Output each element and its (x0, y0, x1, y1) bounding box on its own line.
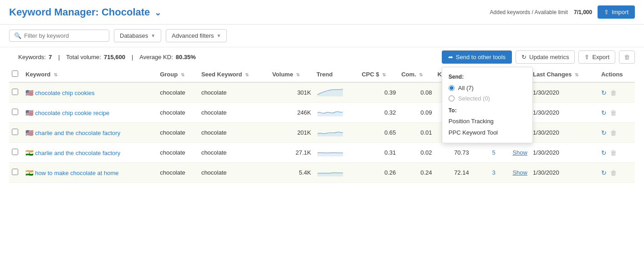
volume-cell: 5.4K (270, 163, 314, 183)
table-row: 🇮🇳how to make chocolate at homechocolate… (9, 163, 635, 183)
delete-row-icon[interactable]: 🗑 (610, 89, 617, 96)
ppc-keyword-tool-item[interactable]: PPC Keyword Tool (442, 127, 532, 138)
import-button[interactable]: ⇧ Import (598, 5, 635, 19)
keyword-link[interactable]: charlie and the chocolate factory (35, 150, 120, 156)
comp-show-button[interactable]: Show (512, 149, 527, 156)
selected-radio[interactable]: Selected (0) (442, 93, 532, 104)
import-icon: ⇧ (604, 9, 609, 15)
last-changes-cell: 1/30/2020 (530, 123, 598, 143)
last-changes-sort-icon[interactable]: ⇅ (575, 72, 578, 77)
cpc-cell: 0.65 (359, 123, 399, 143)
cpc-sort-icon[interactable]: ⇅ (382, 72, 386, 77)
flag-icon: 🇮🇳 (26, 149, 33, 156)
trend-cell (314, 143, 359, 163)
sf-link[interactable]: 3 (492, 169, 495, 176)
row-checkbox[interactable] (12, 169, 18, 175)
title-chevron-icon[interactable]: ⌄ (154, 8, 161, 17)
keywords-table: Keyword ⇅ Group ⇅ Seed Keyword ⇅ Volume … (9, 67, 635, 183)
all-radio[interactable]: All (7) (442, 83, 532, 93)
select-all-checkbox[interactable] (12, 70, 18, 77)
keyword-link[interactable]: charlie and the chocolate factory (35, 130, 120, 136)
com-sort-icon[interactable]: ⇅ (419, 72, 423, 77)
refresh-row-icon[interactable]: ↻ (601, 109, 607, 116)
keywords-label: Keywords: (18, 54, 46, 60)
group-cell: chocolate (157, 123, 199, 143)
row-checkbox[interactable] (12, 149, 18, 155)
com-cell: 0.24 (399, 163, 434, 183)
table-row: 🇺🇸chocolate chip cookie recipechocolatec… (9, 103, 635, 123)
col-keyword: Keyword ⇅ (23, 67, 157, 82)
position-tracking-item[interactable]: Position Tracking (442, 115, 532, 127)
seed-cell: chocolate (199, 82, 270, 103)
databases-dropdown[interactable]: Databases ▼ (114, 29, 161, 42)
refresh-row-icon[interactable]: ↻ (601, 89, 607, 96)
group-sort-icon[interactable]: ⇅ (181, 72, 184, 77)
table-header-row: Keyword ⇅ Group ⇅ Seed Keyword ⇅ Volume … (9, 67, 635, 82)
to-section-label: To: (442, 104, 532, 115)
search-input[interactable] (24, 32, 104, 39)
advanced-filters-chevron-icon: ▼ (217, 33, 221, 38)
com-cell: 0.09 (399, 103, 434, 123)
seed-cell: chocolate (199, 103, 270, 123)
sf-link[interactable]: 5 (492, 149, 495, 156)
delete-row-icon[interactable]: 🗑 (610, 109, 617, 116)
limit-label: Added keywords / Available limit 7/1,000 (490, 9, 593, 15)
flag-icon: 🇺🇸 (26, 129, 33, 136)
cpc-cell: 0.31 (359, 143, 399, 163)
send-dropdown: Send: All (7) Selected (0) To: Position … (442, 67, 533, 143)
group-cell: chocolate (157, 82, 199, 103)
row-checkbox[interactable] (12, 129, 18, 135)
search-field-wrap[interactable]: 🔍 (9, 30, 109, 42)
cpc-cell: 0.26 (359, 163, 399, 183)
row-checkbox[interactable] (12, 109, 18, 115)
sf-cell[interactable]: 3 (472, 163, 498, 183)
delete-row-icon[interactable]: 🗑 (610, 169, 617, 176)
delete-row-icon[interactable]: 🗑 (610, 129, 617, 136)
volume-sort-icon[interactable]: ⇅ (296, 72, 300, 77)
table-row: 🇮🇳charlie and the chocolate factorychoco… (9, 143, 635, 163)
update-metrics-button[interactable]: ↻ Update metrics (516, 50, 575, 64)
actions-cell: ↻ 🗑 (598, 103, 635, 123)
refresh-icon: ↻ (521, 54, 526, 60)
trend-cell (314, 123, 359, 143)
keyword-link[interactable]: chocolate chip cookie recipe (35, 110, 109, 116)
keyword-link[interactable]: chocolate chip cookies (35, 90, 95, 96)
stats-bar: Keywords: 7 | Total volume: 715,600 | Av… (9, 50, 205, 64)
refresh-row-icon[interactable]: ↻ (601, 129, 607, 136)
keyword-link[interactable]: how to make chocolate at home (35, 170, 119, 176)
header-right: Added keywords / Available limit 7/1,000… (490, 5, 635, 19)
all-radio-input[interactable] (449, 85, 455, 91)
send-section-label: Send: (442, 72, 532, 83)
cpc-cell: 0.39 (359, 82, 399, 103)
last-changes-cell: 1/30/2020 (530, 143, 598, 163)
export-button[interactable]: ⇧ Export (578, 50, 615, 64)
trash-icon: 🗑 (624, 54, 630, 60)
trend-cell (314, 163, 359, 183)
selected-radio-input[interactable] (449, 95, 455, 101)
refresh-row-icon[interactable]: ↻ (601, 149, 607, 156)
col-last-changes: Last Changes ⇅ (530, 67, 598, 82)
delete-row-icon[interactable]: 🗑 (610, 149, 617, 156)
table-row: 🇺🇸chocolate chip cookieschocolatechocola… (9, 82, 635, 103)
comp-show-button[interactable]: Show (512, 169, 527, 176)
seed-cell: chocolate (199, 143, 270, 163)
send-icon: ➦ (448, 54, 453, 60)
flag-icon: 🇺🇸 (26, 109, 33, 116)
comp-cell: Show (498, 143, 530, 163)
page-title: Keyword Manager: Chocolate ⌄ (9, 6, 161, 18)
col-group: Group ⇅ (157, 67, 199, 82)
row-checkbox[interactable] (12, 89, 18, 95)
seed-sort-icon[interactable]: ⇅ (245, 72, 249, 77)
refresh-row-icon[interactable]: ↻ (601, 169, 607, 176)
search-icon: 🔍 (14, 32, 21, 39)
trend-cell (314, 103, 359, 123)
send-to-tools-button[interactable]: ➦ Send to other tools (442, 50, 512, 64)
keyword-sort-icon[interactable]: ⇅ (54, 72, 57, 77)
col-volume: Volume ⇅ (270, 67, 314, 82)
col-cpc: CPC $ ⇅ (359, 67, 399, 82)
sf-cell[interactable]: 5 (472, 143, 498, 163)
bulk-delete-button[interactable]: 🗑 (619, 50, 635, 64)
advanced-filters-dropdown[interactable]: Advanced filters ▼ (166, 29, 227, 42)
table-body: 🇺🇸chocolate chip cookieschocolatechocola… (9, 82, 635, 183)
actions-cell: ↻ 🗑 (598, 163, 635, 183)
